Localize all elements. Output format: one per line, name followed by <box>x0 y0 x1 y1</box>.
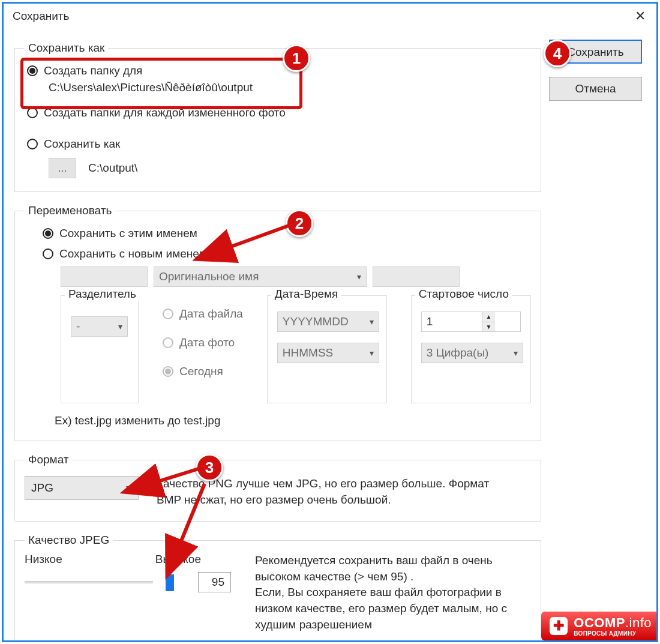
radio-label: Сохранить с этим именем <box>59 227 197 240</box>
rename-example: Ex) test.jpg изменить до test.jpg <box>55 414 531 427</box>
chevron-down-icon: ▾ <box>370 317 374 327</box>
radio-label: Сегодня <box>179 365 223 378</box>
create-folder-path: C:\Users\alex\Pictures\Ñêðèíøîòû\output <box>49 81 531 94</box>
prefix-input[interactable] <box>61 266 148 287</box>
rename-legend: Переименовать <box>25 204 115 217</box>
radio-label: Создать папки для каждой измененного фот… <box>44 106 286 119</box>
radio-create-folder[interactable]: Создать папку для <box>27 64 531 77</box>
radio-icon <box>43 248 53 259</box>
chevron-down-icon: ▾ <box>126 481 132 495</box>
chevron-down-icon: ▾ <box>357 272 361 281</box>
quality-legend: Качество JPEG <box>25 534 113 547</box>
radio-file-date[interactable]: Дата файла <box>163 307 243 320</box>
start-number-legend: Стартовое число <box>415 287 512 301</box>
chevron-down-icon: ▾ <box>514 348 518 358</box>
slider-thumb[interactable] <box>166 574 174 591</box>
radio-label: Сохранить с новым именем <box>59 247 207 260</box>
radio-new-name[interactable]: Сохранить с новым именем <box>43 247 531 260</box>
date-format-select[interactable]: YYYYMMDD ▾ <box>277 311 379 332</box>
quality-note: Рекомендуется сохранить ваш файл в очень… <box>255 553 531 633</box>
radio-icon <box>163 337 173 348</box>
format-legend: Формат <box>25 453 73 466</box>
format-note: Качество PNG лучше чем JPG, но его разме… <box>157 476 499 508</box>
chevron-down-icon: ▾ <box>370 348 374 358</box>
format-group: Формат JPG ▾ Качество PNG лучше чем JPG,… <box>14 453 541 522</box>
titlebar: Сохранить ✕ <box>4 4 656 29</box>
radio-photo-date[interactable]: Дата фото <box>163 336 243 349</box>
radio-label: Сохранить как <box>44 137 120 151</box>
radio-save-as[interactable]: Сохранить как <box>27 137 531 151</box>
radio-icon <box>27 65 38 76</box>
format-select[interactable]: JPG ▾ <box>25 476 139 500</box>
start-number-spinner[interactable]: 1 ▲ ▼ <box>421 311 521 332</box>
dialog-action-buttons: Сохранить Отмена <box>549 40 642 114</box>
separator-select[interactable]: - ▾ <box>71 316 128 337</box>
quality-high-label: Высокое <box>155 553 201 566</box>
radio-icon <box>43 228 53 239</box>
watermark-badge: OCOMP.info ВОПРОСЫ АДМИНУ <box>541 612 658 640</box>
radio-icon <box>27 107 38 118</box>
slider-track <box>25 581 153 583</box>
save-as-legend: Сохранить как <box>25 41 108 55</box>
radio-same-name[interactable]: Сохранить с этим именем <box>43 227 531 240</box>
radio-label: Создать папку для <box>44 64 142 77</box>
radio-label: Дата файла <box>179 307 243 320</box>
radio-icon <box>163 308 173 319</box>
separator-fieldset: Разделитель - ▾ <box>61 295 139 403</box>
quality-value-input[interactable]: 95 <box>198 572 231 592</box>
original-name-select[interactable]: Оригинальное имя ▾ <box>154 266 367 287</box>
radio-each-photo[interactable]: Создать папки для каждой измененного фот… <box>27 106 531 119</box>
spinner-down-icon[interactable]: ▼ <box>482 322 495 332</box>
quality-group: Качество JPEG Низкое Высокое 95 <box>14 534 541 642</box>
radio-icon <box>163 366 173 377</box>
save-as-path: C:\output\ <box>88 161 137 175</box>
window-title: Сохранить <box>13 10 69 23</box>
separator-legend: Разделитель <box>65 287 140 301</box>
datetime-legend: Дата-Время <box>271 287 342 301</box>
radio-label: Дата фото <box>179 336 235 349</box>
radio-today[interactable]: Сегодня <box>163 365 243 378</box>
radio-icon <box>27 139 38 149</box>
cancel-button[interactable]: Отмена <box>549 77 642 101</box>
start-number-fieldset: Стартовое число 1 ▲ ▼ 3 Цифра(ы) ▾ <box>411 295 531 403</box>
rename-group: Переименовать Сохранить с этим именем Со… <box>14 204 541 441</box>
spinner-up-icon[interactable]: ▲ <box>482 312 495 322</box>
time-format-select[interactable]: HHMMSS ▾ <box>277 343 379 363</box>
datetime-fieldset: Дата-Время YYYYMMDD ▾ HHMMSS ▾ <box>267 295 387 403</box>
suffix-input[interactable] <box>373 266 460 287</box>
chevron-down-icon: ▾ <box>118 322 122 331</box>
close-icon[interactable]: ✕ <box>623 4 656 28</box>
quality-low-label: Низкое <box>25 553 62 566</box>
quality-slider[interactable] <box>25 573 189 591</box>
save-as-group: Сохранить как Создать папку для C:\Users… <box>14 41 541 192</box>
save-button[interactable]: Сохранить <box>549 40 642 64</box>
save-dialog-window: Сохранить ✕ Сохранить Отмена Сохранить к… <box>2 2 658 642</box>
digits-select[interactable]: 3 Цифра(ы) ▾ <box>421 343 523 363</box>
browse-button[interactable]: ... <box>49 158 76 178</box>
